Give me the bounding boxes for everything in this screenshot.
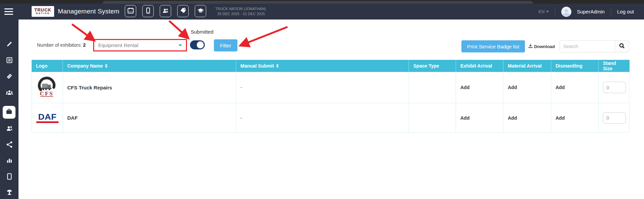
list-icon [6, 57, 13, 64]
exhibit-arrival-cell: Add [456, 103, 503, 133]
add-exhibit-arrival-link[interactable]: Add [460, 115, 469, 121]
two-users-icon [6, 125, 13, 132]
stand-size-input[interactable] [603, 112, 626, 124]
os-top-strip [0, 0, 644, 4]
print-service-badge-button[interactable]: Print Service Badge list [461, 40, 525, 52]
share-icon [6, 141, 12, 148]
download-icon [528, 44, 533, 49]
logo-cell: DAF [32, 103, 63, 133]
column-header-manual-submit[interactable]: Manual Submit [236, 60, 409, 72]
education-button[interactable] [195, 5, 206, 17]
add-material-arrival-link[interactable]: Add [508, 115, 517, 121]
dismantling-cell: Add [551, 103, 599, 133]
sidebar-item-exhibitors-active[interactable] [3, 106, 15, 119]
table-header-row: Logo Company Name Manual Submit Space Ty… [32, 60, 630, 72]
column-header-exhibit-arrival: Exhibit Arrival [456, 60, 503, 72]
sidebar-item-handshake[interactable] [0, 70, 18, 83]
sidebar-item-reports[interactable] [0, 154, 18, 167]
column-header-logo: Logo [32, 60, 63, 72]
material-arrival-cell: Add [503, 103, 551, 133]
people-group-icon [5, 89, 13, 96]
category-dropdown[interactable]: Equipment Rental [93, 39, 187, 51]
submitted-toggle[interactable] [190, 40, 205, 49]
left-sidebar [0, 19, 18, 199]
search-icon [619, 43, 625, 50]
sidebar-item-edit[interactable] [0, 37, 18, 51]
table-actions: Print Service Badge list Download [461, 40, 629, 52]
sidebar-item-mobile-app[interactable] [0, 170, 18, 183]
manual-submit-cell: - [236, 103, 409, 133]
add-material-arrival-link[interactable]: Add [508, 85, 517, 90]
language-selector[interactable]: EN [538, 9, 549, 14]
dismantling-cell: Add [551, 72, 599, 103]
table-row: DAF DAF - Add Add Add [32, 103, 630, 133]
manual-submit-cell: - [236, 72, 409, 103]
exhibit-stand-icon [6, 189, 13, 196]
attendees-button[interactable] [160, 5, 171, 17]
sort-icon [105, 64, 108, 68]
stand-size-input[interactable] [603, 82, 626, 93]
search-input[interactable] [560, 41, 615, 52]
brand-logo[interactable]: TRUCK NATION [32, 6, 54, 17]
app-window: TRUCK NATION Management System [0, 0, 644, 199]
arrow-to-dropdown [72, 24, 93, 40]
main-content: Number of exhibitors: 2 Equipment Rental… [18, 19, 644, 199]
column-header-dismantling: Dismantling [551, 60, 599, 72]
navbar-right-group: EN SuperAdmin Log out [538, 4, 634, 19]
exhibit-arrival-cell: Add [456, 72, 503, 103]
table-row: CFS CFS Truck Repairs - Add Add Add [32, 72, 630, 103]
user-role-label[interactable]: SuperAdmin [577, 9, 605, 14]
exhibitor-count-label: Number of exhibitors: [37, 42, 82, 48]
phone-icon [7, 173, 12, 180]
tag-button[interactable] [177, 5, 189, 17]
material-arrival-cell: Add [503, 72, 551, 103]
logo-cell: CFS [32, 72, 63, 103]
column-header-company-name[interactable]: Company Name [63, 60, 236, 72]
sidebar-item-visitors[interactable] [0, 122, 18, 135]
divider [555, 7, 555, 16]
download-label: Download [534, 44, 555, 49]
company-name: CFS Truck Repairs [63, 72, 236, 103]
exhibitors-table: Logo Company Name Manual Submit Space Ty… [32, 60, 630, 133]
calendar-button[interactable] [125, 5, 136, 17]
add-dismantling-link[interactable]: Add [556, 85, 565, 90]
navbar-icon-buttons [125, 5, 206, 17]
os-top-strip-tab [103, 1, 533, 4]
mobile-icon [145, 7, 151, 15]
filter-button[interactable]: Filter [214, 39, 237, 51]
top-navbar: TRUCK NATION Management System [0, 4, 644, 19]
exhibitor-count-value: 2 [83, 42, 86, 48]
edit-icon [6, 41, 13, 47]
logout-button[interactable]: Log out [617, 9, 634, 14]
language-label: EN [538, 9, 544, 14]
svg-text:CFS: CFS [40, 90, 53, 97]
briefcase-icon [6, 108, 12, 116]
column-header-space-type: Space Type [409, 60, 456, 72]
brand-logo-line1: TRUCK [34, 8, 51, 12]
brand-logo-line2: NATION [36, 12, 50, 15]
mobile-button[interactable] [142, 5, 154, 17]
hamburger-menu-icon[interactable] [4, 8, 13, 15]
column-header-stand-size: Stand Size [599, 60, 630, 72]
arrow-to-submitted-toggle [169, 21, 187, 37]
download-button[interactable]: Download [528, 44, 555, 49]
event-name: TRUCK NATION (JONATHAN) [215, 6, 266, 11]
stand-size-cell [599, 103, 630, 133]
stand-size-cell [599, 72, 630, 103]
company-name: DAF [63, 103, 236, 133]
education-icon [197, 7, 204, 15]
daf-logo: DAF [36, 113, 59, 123]
search-button[interactable] [615, 41, 629, 52]
column-header-material-arrival: Material Arrival [503, 60, 551, 72]
toggle-knob [197, 41, 204, 48]
sidebar-item-list[interactable] [0, 53, 18, 67]
add-exhibit-arrival-link[interactable]: Add [460, 85, 469, 90]
sidebar-item-people-group[interactable] [0, 86, 18, 99]
attendees-icon [162, 7, 169, 15]
sidebar-item-exhibit-stand[interactable] [0, 186, 18, 199]
space-type-cell [409, 103, 456, 133]
search-group [560, 40, 629, 52]
sidebar-item-share[interactable] [0, 138, 18, 151]
add-dismantling-link[interactable]: Add [556, 115, 565, 121]
user-avatar[interactable] [561, 7, 571, 17]
